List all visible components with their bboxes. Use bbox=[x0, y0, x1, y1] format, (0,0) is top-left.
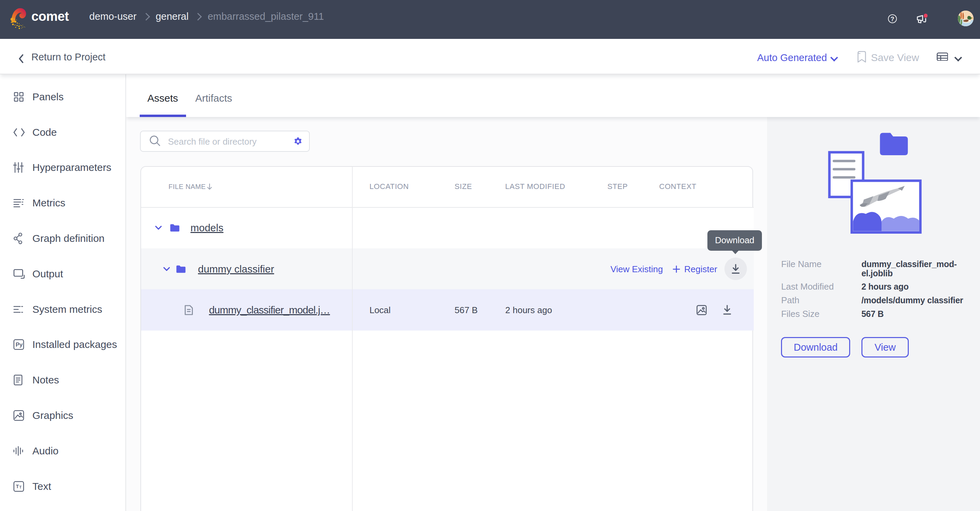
svg-text:T: T bbox=[19, 485, 22, 489]
svg-text:Py: Py bbox=[16, 342, 23, 348]
svg-text:T: T bbox=[16, 484, 19, 489]
